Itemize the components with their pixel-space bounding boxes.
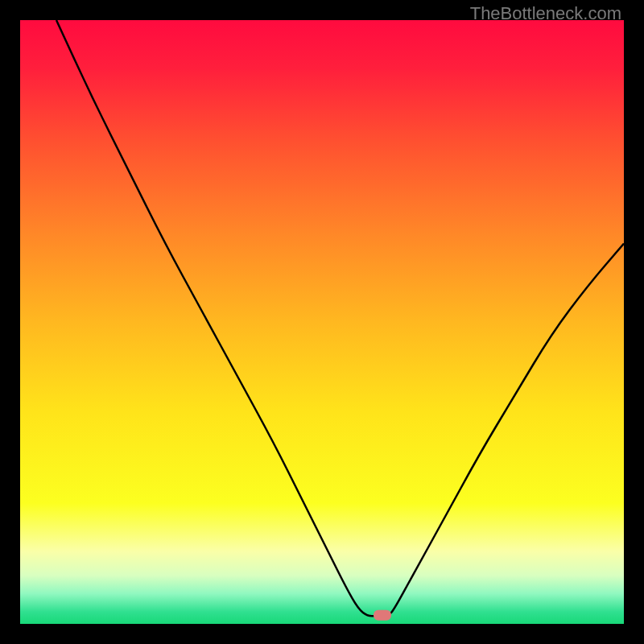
chart-frame: TheBottleneck.com bbox=[0, 0, 644, 644]
plot-area bbox=[20, 20, 624, 624]
watermark-text: TheBottleneck.com bbox=[470, 3, 621, 24]
optimal-marker bbox=[374, 610, 391, 621]
chart-svg bbox=[20, 20, 624, 624]
chart-background bbox=[20, 20, 624, 624]
